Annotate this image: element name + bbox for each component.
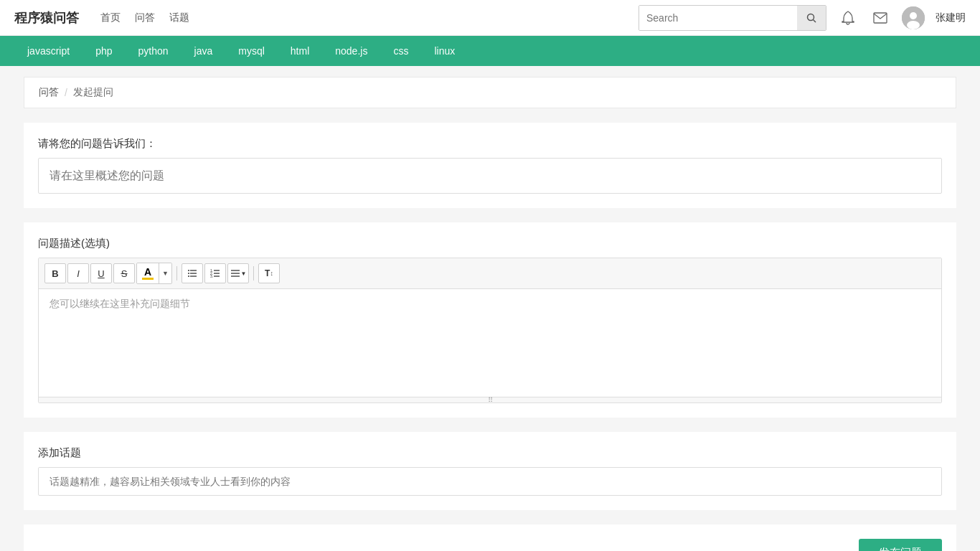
section-divider-3	[24, 510, 956, 524]
svg-point-10	[188, 273, 189, 274]
submit-row: 发布问题	[24, 524, 956, 551]
header: 程序猿问答 首页 问答 话题	[0, 0, 980, 36]
editor-body[interactable]: 您可以继续在这里补充问题细节	[39, 289, 941, 397]
topic-section: 添加话题	[24, 432, 956, 510]
avatar-image	[902, 6, 925, 29]
nav-bar-item-java[interactable]: java	[182, 36, 226, 66]
toolbar-italic[interactable]: I	[67, 263, 89, 283]
description-label: 问题描述(选填)	[38, 237, 942, 250]
section-divider-2	[24, 418, 956, 432]
description-section: 问题描述(选填) B I U S A ▼	[24, 222, 956, 418]
toolbar-color-button[interactable]: A	[137, 263, 159, 283]
toolbar-align[interactable]: ▼	[227, 263, 249, 283]
toolbar-color-dropdown[interactable]: ▼	[159, 263, 171, 283]
svg-point-5	[907, 21, 920, 29]
toolbar-color-group: A ▼	[136, 263, 172, 284]
breadcrumb: 问答 / 发起提问	[24, 77, 956, 108]
toolbar-separator-1	[176, 266, 177, 281]
toolbar-list-unordered[interactable]	[182, 263, 203, 283]
editor-container: B I U S A ▼	[38, 258, 942, 403]
svg-point-4	[910, 12, 917, 19]
search-box	[639, 5, 826, 31]
nav-bar-item-php[interactable]: php	[83, 36, 125, 66]
heading-arrow: ↕	[270, 270, 273, 277]
breadcrumb-parent[interactable]: 问答	[39, 86, 59, 99]
color-letter: A	[142, 267, 154, 280]
category-nav: javascript php python java mysql html no…	[0, 36, 980, 66]
toolbar-list-ordered[interactable]: 1. 2. 3.	[204, 263, 226, 283]
mail-icon	[873, 12, 887, 24]
notification-button[interactable]	[837, 7, 859, 29]
message-button[interactable]	[870, 7, 891, 29]
logo[interactable]: 程序猿问答	[14, 9, 79, 27]
toolbar-bold[interactable]: B	[44, 263, 66, 283]
page-content: 问答 / 发起提问 请将您的问题告诉我们： 问题描述(选填) B I U S A	[9, 66, 971, 551]
toolbar-separator-2	[253, 266, 254, 281]
username[interactable]: 张建明	[936, 11, 966, 24]
heading-label: T	[265, 268, 270, 278]
nav-bar-item-javascript[interactable]: javascript	[14, 36, 83, 66]
nav-home[interactable]: 首页	[100, 11, 121, 24]
nav-bar-item-html[interactable]: html	[278, 36, 322, 66]
svg-point-0	[808, 14, 814, 20]
toolbar-strikethrough[interactable]: S	[113, 263, 135, 283]
search-icon	[806, 13, 816, 23]
search-input[interactable]	[639, 6, 797, 30]
submit-button[interactable]: 发布问题	[859, 539, 942, 551]
svg-point-11	[188, 276, 189, 277]
nav-bar-item-nodejs[interactable]: node.js	[322, 36, 380, 66]
topic-input[interactable]	[38, 467, 942, 496]
question-title-section: 请将您的问题告诉我们：	[24, 123, 956, 208]
main-nav: 首页 问答 话题	[100, 11, 189, 24]
header-right: 张建明	[639, 5, 966, 31]
question-label: 请将您的问题告诉我们：	[38, 137, 942, 151]
svg-line-1	[814, 19, 816, 22]
nav-topic[interactable]: 话题	[169, 11, 189, 24]
list-ordered-icon: 1. 2. 3.	[210, 268, 220, 278]
toolbar-heading[interactable]: T↕	[258, 263, 280, 283]
color-indicator	[142, 278, 154, 280]
nav-bar-item-python[interactable]: python	[126, 36, 182, 66]
editor-toolbar: B I U S A ▼	[39, 258, 941, 289]
nav-bar-item-linux[interactable]: linux	[421, 36, 468, 66]
section-divider-1	[24, 208, 956, 222]
bell-icon	[842, 11, 854, 25]
toolbar-underline[interactable]: U	[90, 263, 112, 283]
nav-qa[interactable]: 问答	[135, 11, 155, 24]
editor-resize-handle[interactable]: ⠿	[39, 397, 941, 402]
svg-text:3.: 3.	[210, 274, 213, 278]
search-button[interactable]	[797, 6, 826, 30]
svg-point-9	[188, 270, 189, 271]
avatar[interactable]	[902, 6, 925, 29]
list-unordered-icon	[187, 268, 197, 278]
topic-label: 添加话题	[38, 446, 942, 460]
question-input[interactable]	[38, 158, 942, 194]
breadcrumb-separator: /	[65, 87, 67, 98]
align-arrow: ▼	[241, 270, 247, 277]
align-icon	[230, 268, 240, 278]
breadcrumb-current: 发起提问	[73, 86, 113, 99]
editor-placeholder: 您可以继续在这里补充问题细节	[50, 298, 190, 309]
nav-bar-item-css[interactable]: css	[380, 36, 421, 66]
nav-bar-item-mysql[interactable]: mysql	[225, 36, 278, 66]
svg-rect-2	[874, 13, 887, 23]
